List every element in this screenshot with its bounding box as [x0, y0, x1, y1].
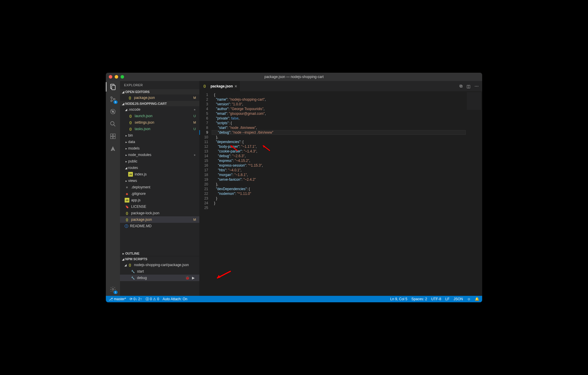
chevron-right-icon: ▸	[125, 160, 128, 163]
file-icon: ≡	[125, 185, 129, 190]
open-editors-list: {}package.jsonM	[120, 94, 199, 101]
npm-package-node[interactable]: ◢ {} nodejs-shopping-cart/package.json	[120, 262, 199, 268]
code-line[interactable]: "name": "nodejs-shopping-cart",	[212, 97, 466, 102]
outline-header[interactable]: ▸ OUTLINE	[120, 251, 199, 256]
code-line[interactable]: "version": "1.0.0",	[212, 102, 466, 107]
open-editor-item[interactable]: {}package.jsonM	[120, 94, 199, 101]
code-editor[interactable]: 1234567891011121314151617181920212223242…	[199, 91, 482, 296]
code-line[interactable]: "scripts": {	[212, 121, 466, 125]
chevron-right-icon: ▸	[125, 134, 128, 137]
tree-item[interactable]: ▸models	[120, 145, 199, 152]
code-line[interactable]	[212, 205, 466, 210]
chevron-down-icon: ◢	[124, 263, 127, 267]
code-line[interactable]: "express-session": "^1.15.3",	[212, 163, 466, 168]
code-line[interactable]: "debug": "~2.6.3",	[212, 154, 466, 158]
scm-icon[interactable]: 5	[109, 96, 116, 103]
status-feedback-icon[interactable]: ☺	[467, 297, 471, 301]
debug-icon[interactable]	[109, 108, 116, 115]
settings-gear-icon[interactable]: 1	[109, 286, 116, 293]
svg-rect-11	[113, 137, 115, 139]
status-spaces[interactable]: Spaces: 2	[411, 297, 427, 301]
search-icon[interactable]	[109, 120, 116, 127]
tree-item[interactable]: {}package-lock.json	[120, 210, 199, 216]
tree-item[interactable]: JSindex.js	[120, 171, 199, 177]
tree-item[interactable]: ≡.deployment	[120, 184, 199, 190]
npm-script-item[interactable]: 🔧start	[120, 268, 199, 275]
code-line[interactable]: }	[212, 201, 466, 205]
scm-badge: 5	[113, 100, 118, 104]
code-line[interactable]: "serve-favicon": "~2.4.2"	[212, 177, 466, 182]
close-window-button[interactable]	[109, 75, 112, 79]
tree-item[interactable]: 🔖LICENSE	[120, 203, 199, 210]
tree-item[interactable]: {}launch.jsonU	[120, 113, 199, 119]
tree-item[interactable]: {}settings.jsonM	[120, 119, 199, 126]
json-icon: {}	[125, 211, 129, 215]
split-editor-icon[interactable]: ◫	[467, 84, 470, 89]
code-line[interactable]: "devDependencies": {	[212, 187, 466, 191]
tree-item[interactable]: iREADME.MD	[120, 223, 199, 229]
git-icon: ◆	[125, 191, 129, 196]
npm-scripts-header[interactable]: ◢ NPM SCRIPTS	[120, 256, 199, 262]
code-line[interactable]: "author": "George Tsopouridis",	[212, 107, 466, 111]
debug-script-icon[interactable]: 🐞	[185, 276, 190, 280]
code-line[interactable]: }	[212, 196, 466, 201]
tab-package-json[interactable]: {} package.json ×	[199, 81, 240, 91]
status-line-col[interactable]: Ln 9, Col 5	[390, 297, 407, 301]
code-line[interactable]: },	[212, 182, 466, 187]
code-line[interactable]: "hbs": "~4.0.1",	[212, 168, 466, 172]
info-icon: i	[125, 224, 128, 228]
code-line[interactable]: {	[212, 92, 466, 97]
status-problems[interactable]: ⓧ 0 ⚠ 0	[146, 297, 159, 302]
code-line[interactable]: "cookie-parser": "~1.4.3",	[212, 149, 466, 154]
status-sync[interactable]: ⟳ 0↓ 2↑	[130, 297, 142, 301]
close-tab-icon[interactable]: ×	[235, 84, 237, 89]
editor-actions: ⧉ ◫ ⋯	[460, 81, 482, 91]
code-line[interactable]: "dependencies": {	[212, 140, 466, 144]
sidebar-title: EXPLORER	[120, 81, 199, 89]
code-line[interactable]: "start": "node ./bin/www",	[212, 125, 466, 130]
code-line[interactable]: "nodemon": "^1.11.0"	[212, 191, 466, 196]
svg-rect-1	[112, 85, 115, 90]
tree-item[interactable]: ▸data	[120, 139, 199, 145]
status-language[interactable]: JSON	[454, 297, 463, 301]
project-header[interactable]: ◢ NODEJS-SHOPPING-CART	[120, 101, 199, 106]
code-line[interactable]: "body-parser": "~1.17.1",	[212, 144, 466, 149]
json-icon: {}	[128, 120, 133, 125]
code-content[interactable]: { "name": "nodejs-shopping-cart", "versi…	[212, 91, 466, 296]
minimize-window-button[interactable]	[115, 75, 118, 79]
code-line[interactable]: },	[212, 135, 466, 140]
status-auto-attach[interactable]: Auto Attach: On	[163, 297, 187, 301]
tree-item[interactable]: {}tasks.jsonU	[120, 126, 199, 132]
tree-item[interactable]: ▸views	[120, 177, 199, 184]
tree-item[interactable]: ▸node_modules●	[120, 152, 199, 158]
code-line[interactable]: "email": "gtsopour@gmail.com",	[212, 111, 466, 116]
npm-script-item[interactable]: 🔧debug🐞▶	[120, 275, 199, 281]
tree-item[interactable]: ◢.vscode●	[120, 106, 199, 113]
code-line[interactable]: "morgan": "~1.8.1",	[212, 172, 466, 177]
titlebar: package.json — nodejs-shopping-cart	[106, 73, 482, 81]
status-encoding[interactable]: UTF-8	[431, 297, 441, 301]
status-branch[interactable]: ⎇ master*	[109, 297, 126, 301]
code-line[interactable]: "private": false,	[212, 116, 466, 121]
code-line[interactable]: "debug": "node --inspect ./bin/www"	[212, 130, 466, 135]
tree-item[interactable]: ◢routes	[120, 165, 199, 171]
code-line[interactable]: "express": "~4.15.2",	[212, 158, 466, 163]
maximize-window-button[interactable]	[121, 75, 124, 79]
open-editors-header[interactable]: ◢ OPEN EDITORS	[120, 89, 199, 94]
tree-item[interactable]: ▸bin	[120, 132, 199, 139]
minimap[interactable]	[466, 91, 482, 296]
status-bell-icon[interactable]: 🔔	[475, 297, 479, 301]
run-script-icon[interactable]: ▶	[192, 276, 195, 280]
sidebar: EXPLORER ◢ OPEN EDITORS {}package.jsonM …	[120, 81, 199, 296]
tree-item[interactable]: ◆.gitignore	[120, 190, 199, 197]
explorer-icon[interactable]	[109, 83, 116, 90]
extensions-icon[interactable]	[109, 133, 116, 140]
azure-icon[interactable]	[109, 145, 116, 152]
more-actions-icon[interactable]: ⋯	[475, 84, 479, 89]
svg-point-2	[111, 97, 112, 98]
tree-item[interactable]: JSapp.js	[120, 197, 199, 203]
compare-icon[interactable]: ⧉	[460, 84, 462, 89]
status-eol[interactable]: LF	[445, 297, 450, 301]
tree-item[interactable]: ▸public	[120, 158, 199, 165]
tree-item[interactable]: {}package.jsonM	[120, 216, 199, 223]
